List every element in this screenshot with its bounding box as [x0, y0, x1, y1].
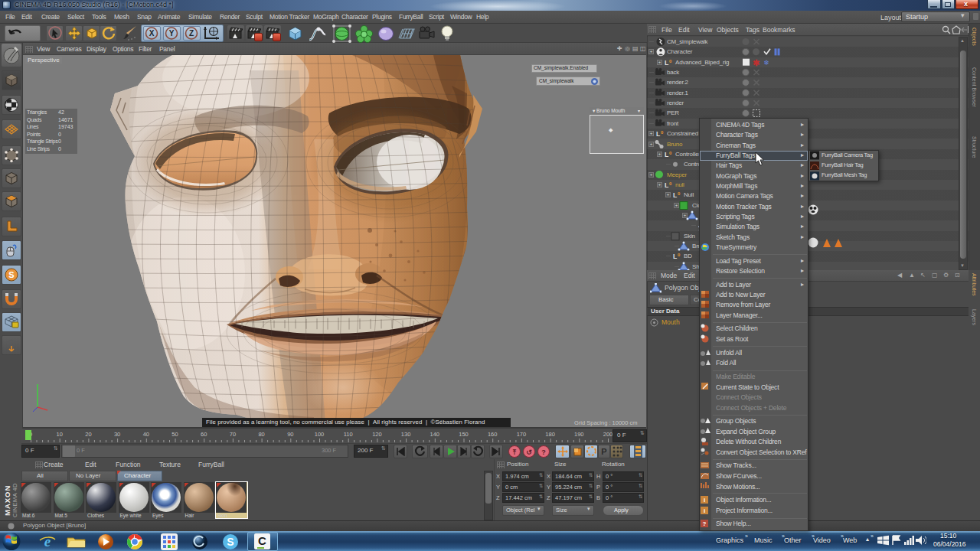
svg-text:20: 20 [85, 431, 91, 438]
svg-text:0: 0 [678, 253, 681, 257]
svg-text:L: L [665, 59, 668, 67]
svg-text:100: 100 [315, 431, 325, 438]
svg-text:200: 200 [603, 431, 613, 438]
svg-text:170: 170 [517, 431, 527, 438]
svg-text:0: 0 [678, 191, 681, 196]
svg-text:30: 30 [114, 431, 120, 438]
svg-text:50: 50 [172, 431, 178, 438]
svg-text:0: 0 [669, 181, 672, 186]
svg-text:80: 80 [258, 431, 264, 438]
svg-text:❄: ❄ [763, 59, 769, 67]
svg-text:L: L [673, 253, 677, 260]
svg-text:150: 150 [459, 431, 469, 438]
svg-text:0: 0 [669, 59, 672, 64]
svg-text:0: 0 [669, 151, 672, 155]
svg-text:140: 140 [430, 431, 440, 438]
svg-text:i: i [704, 497, 705, 504]
svg-text:130: 130 [401, 431, 411, 438]
svg-text:110: 110 [344, 431, 353, 438]
svg-text:Z: Z [189, 29, 194, 37]
svg-text:L: L [656, 130, 660, 138]
svg-text:120: 120 [372, 431, 382, 438]
svg-text:✱: ✱ [753, 58, 760, 67]
svg-text:S: S [8, 270, 14, 279]
svg-text:S: S [227, 536, 234, 548]
svg-text:0: 0 [661, 130, 664, 135]
svg-text:60: 60 [201, 431, 207, 438]
svg-text:e: e [44, 533, 51, 549]
svg-text:40: 40 [143, 431, 149, 438]
svg-text:?: ? [703, 520, 707, 527]
svg-text:190: 190 [574, 431, 584, 438]
svg-text:10: 10 [57, 431, 63, 438]
svg-text:70: 70 [230, 431, 236, 438]
svg-text:90: 90 [287, 431, 293, 438]
svg-text:i: i [704, 507, 705, 514]
svg-text:L: L [673, 191, 677, 199]
svg-text:P: P [601, 447, 606, 456]
svg-text:?: ? [541, 448, 546, 456]
svg-text:160: 160 [488, 431, 498, 438]
svg-text:L: L [665, 181, 668, 189]
svg-text:180: 180 [545, 431, 555, 438]
svg-text:X: X [149, 29, 155, 37]
svg-text:L: L [665, 151, 668, 158]
svg-text:↺: ↺ [526, 448, 532, 456]
svg-text:Y: Y [169, 29, 175, 37]
